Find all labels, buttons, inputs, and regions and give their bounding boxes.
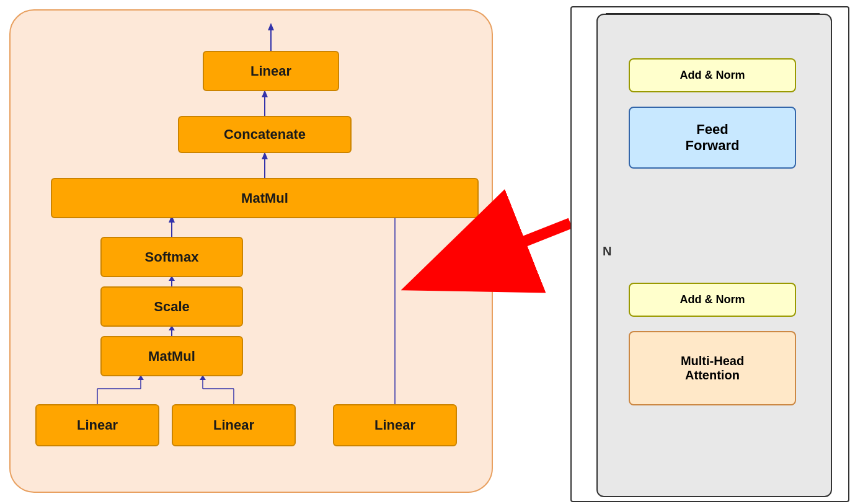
multi-head-attention: Multi-HeadAttention bbox=[629, 331, 796, 405]
scale-node: Scale bbox=[100, 286, 243, 327]
add-norm-top: Add & Norm bbox=[629, 58, 796, 92]
feed-forward-node: FeedForward bbox=[629, 107, 796, 169]
matmul-top-node: MatMul bbox=[51, 178, 479, 218]
linear-top-node: Linear bbox=[203, 51, 339, 91]
concatenate-node: Concatenate bbox=[178, 116, 352, 153]
right-inner-box: Add & Norm FeedForward Add & Norm Multi-… bbox=[596, 14, 832, 497]
n-label: N bbox=[603, 244, 611, 259]
linear3-node: Linear bbox=[333, 404, 457, 446]
right-diagram: Add & Norm FeedForward Add & Norm Multi-… bbox=[570, 6, 849, 502]
softmax-node: Softmax bbox=[100, 237, 243, 277]
left-diagram: Linear Concatenate MatMul Softmax Scale … bbox=[9, 9, 493, 493]
svg-marker-1 bbox=[268, 23, 274, 30]
add-norm-bottom: Add & Norm bbox=[629, 283, 796, 317]
linear2-node: Linear bbox=[172, 404, 296, 446]
matmul-bottom-node: MatMul bbox=[100, 336, 243, 376]
linear1-node: Linear bbox=[35, 404, 159, 446]
